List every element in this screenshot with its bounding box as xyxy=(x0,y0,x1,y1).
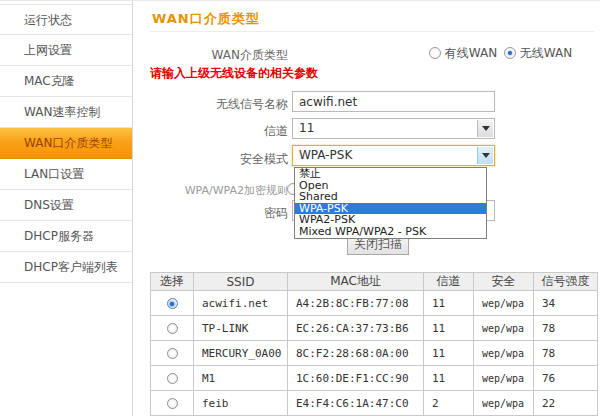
dropdown-option-mixed-wpa[interactable]: Mixed WPA/WPA2 - PSK xyxy=(295,226,486,238)
dropdown-arrow-icon[interactable] xyxy=(477,147,493,164)
channel-select-value: 11 xyxy=(299,119,314,138)
sidebar-item-wan-rate-control[interactable]: WAN速率控制 xyxy=(0,97,132,128)
ssid-cell: MERCURY_0A00 xyxy=(194,341,288,366)
table-header-row: 选择 SSID MAC地址 信道 安全 信号强度 xyxy=(151,273,598,291)
security-cell: wep/wpa xyxy=(474,291,534,316)
sidebar-item-dhcp-server[interactable]: DHCP服务器 xyxy=(0,221,132,252)
ssid-cell: acwifi.net xyxy=(194,291,288,316)
mac-cell: E4:F4:C6:1A:47:C0 xyxy=(288,391,424,416)
cipher-rule-label: WPA/WPA2加密规则 xyxy=(144,183,288,198)
wifi-scan-table: 选择 SSID MAC地址 信道 安全 信号强度 acwifi.net A4:2… xyxy=(150,272,598,416)
sidebar-item-dhcp-client-list[interactable]: DHCP客户端列表 xyxy=(0,252,132,283)
ssid-cell: M1 xyxy=(194,366,288,391)
dropdown-arrow-icon[interactable] xyxy=(477,120,493,137)
ssid-cell: TP-LINK xyxy=(194,316,288,341)
sidebar-nav: 运行状态 上网设置 MAC克隆 WAN速率控制 WAN口介质类型 LAN口设置 … xyxy=(0,1,133,416)
table-row: M1 1C:60:DE:F1:CC:90 11 wep/wpa 76 xyxy=(151,366,598,391)
table-row: TP-LINK EC:26:CA:37:73:B6 11 wep/wpa 78 xyxy=(151,316,598,341)
radio-checked-icon xyxy=(504,47,516,59)
mac-cell: A4:2B:8C:FB:77:08 xyxy=(288,291,424,316)
row-radio-icon[interactable] xyxy=(167,348,178,359)
channel-cell: 11 xyxy=(424,366,474,391)
col-header-signal: 信号强度 xyxy=(534,273,598,291)
col-header-select: 选择 xyxy=(151,273,194,291)
signal-cell: 78 xyxy=(534,316,598,341)
security-dropdown-list: 禁止 Open Shared WPA-PSK WPA2-PSK Mixed WP… xyxy=(294,167,487,239)
signal-cell: 22 xyxy=(534,391,598,416)
ssid-label: 无线信号名称 xyxy=(144,96,288,113)
wan-medium-type-label: WAN介质类型 xyxy=(144,47,288,64)
table-row: feib E4:F4:C6:1A:47:C0 2 wep/wpa 22 xyxy=(151,391,598,416)
security-mode-select[interactable]: WPA-PSK xyxy=(292,145,495,166)
row-radio-icon[interactable] xyxy=(167,398,178,409)
col-header-mac: MAC地址 xyxy=(288,273,424,291)
row-radio-icon[interactable] xyxy=(167,323,178,334)
col-header-security: 安全 xyxy=(474,273,534,291)
sidebar-item-wan-medium-type[interactable]: WAN口介质类型 xyxy=(0,128,132,159)
channel-cell: 11 xyxy=(424,291,474,316)
sidebar-item-mac-clone[interactable]: MAC克隆 xyxy=(0,66,132,97)
channel-cell: 11 xyxy=(424,316,474,341)
wired-wan-radio[interactable]: 有线WAN xyxy=(429,45,497,62)
sidebar-item-running-status[interactable]: 运行状态 xyxy=(0,4,132,35)
security-cell: wep/wpa xyxy=(474,316,534,341)
table-row: MERCURY_0A00 8C:F2:28:68:0A:00 11 wep/wp… xyxy=(151,341,598,366)
col-header-channel: 信道 xyxy=(424,273,474,291)
password-label: 密码 xyxy=(144,205,288,222)
channel-label: 信道 xyxy=(144,123,288,140)
security-cell: wep/wpa xyxy=(474,366,534,391)
radio-unchecked-icon xyxy=(429,47,441,59)
wireless-wan-radio[interactable]: 无线WAN xyxy=(504,45,572,62)
security-mode-label: 安全模式 xyxy=(144,151,288,168)
page-title: WAN口介质类型 xyxy=(152,10,260,28)
sidebar-item-internet-settings[interactable]: 上网设置 xyxy=(0,35,132,66)
wired-wan-label: 有线WAN xyxy=(445,46,497,60)
title-divider xyxy=(150,31,594,32)
upstream-params-notice: 请输入上级无线设备的相关参数 xyxy=(150,65,318,82)
channel-cell: 11 xyxy=(424,341,474,366)
row-radio-icon[interactable] xyxy=(167,373,178,384)
row-radio-checked-icon[interactable] xyxy=(167,298,178,309)
signal-cell: 78 xyxy=(534,341,598,366)
security-select-value: WPA-PSK xyxy=(299,146,352,165)
ssid-input[interactable] xyxy=(292,91,495,112)
mac-cell: 1C:60:DE:F1:CC:90 xyxy=(288,366,424,391)
ssid-cell: feib xyxy=(194,391,288,416)
security-cell: wep/wpa xyxy=(474,391,534,416)
channel-cell: 2 xyxy=(424,391,474,416)
sidebar-item-lan-settings[interactable]: LAN口设置 xyxy=(0,159,132,190)
channel-select[interactable]: 11 xyxy=(292,118,495,139)
table-row: acwifi.net A4:2B:8C:FB:77:08 11 wep/wpa … xyxy=(151,291,598,316)
router-admin-page: 运行状态 上网设置 MAC克隆 WAN速率控制 WAN口介质类型 LAN口设置 … xyxy=(0,0,600,416)
col-header-ssid: SSID xyxy=(194,273,288,291)
mac-cell: EC:26:CA:37:73:B6 xyxy=(288,316,424,341)
security-cell: wep/wpa xyxy=(474,341,534,366)
mac-cell: 8C:F2:28:68:0A:00 xyxy=(288,341,424,366)
signal-cell: 34 xyxy=(534,291,598,316)
sidebar-item-dns-settings[interactable]: DNS设置 xyxy=(0,190,132,221)
signal-cell: 76 xyxy=(534,366,598,391)
dropdown-option-disable[interactable]: 禁止 xyxy=(295,168,486,180)
wireless-wan-label: 无线WAN xyxy=(520,46,572,60)
